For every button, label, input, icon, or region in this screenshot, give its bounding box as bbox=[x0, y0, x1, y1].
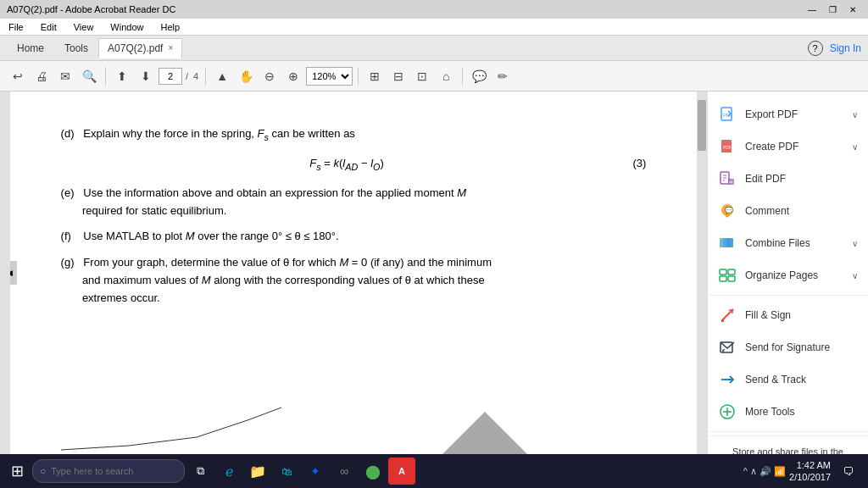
minimize-button[interactable]: — bbox=[804, 3, 821, 15]
fill-sign-icon bbox=[718, 306, 737, 324]
print-button[interactable]: 🖨 bbox=[31, 65, 53, 87]
fit-page-button[interactable]: ⊞ bbox=[364, 65, 386, 87]
menu-view[interactable]: View bbox=[70, 20, 97, 34]
eq-number: (3) bbox=[633, 155, 647, 173]
prev-page-button[interactable]: ⬆ bbox=[111, 65, 133, 87]
menu-edit[interactable]: Edit bbox=[37, 20, 60, 34]
organize-pages-arrow: ∨ bbox=[852, 271, 858, 280]
titlebar-title: A07Q(2).pdf - Adobe Acrobat Reader DC bbox=[7, 4, 175, 14]
fill-sign-label: Fill & Sign bbox=[745, 309, 858, 321]
paragraph-d: (d) Explain why the force in the spring,… bbox=[61, 125, 647, 145]
svg-rect-19 bbox=[728, 269, 735, 274]
titlebar-controls: — ❐ ✕ bbox=[804, 3, 861, 15]
side-panel-toggle[interactable]: ◀ bbox=[10, 261, 17, 285]
comment-toolbar-button[interactable]: 💬 bbox=[468, 65, 490, 87]
next-page-button[interactable]: ⬇ bbox=[135, 65, 157, 87]
panel-separator-1 bbox=[708, 295, 868, 296]
taskview-button[interactable]: ⧉ bbox=[186, 458, 214, 485]
para-g-text: From your graph, determine the value of … bbox=[61, 256, 492, 304]
store-icon[interactable]: 🛍 bbox=[273, 458, 300, 485]
full-screen-button[interactable]: ⊡ bbox=[411, 65, 433, 87]
taskbar-date-display: 2/10/2017 bbox=[789, 471, 831, 483]
menu-file[interactable]: File bbox=[5, 20, 27, 34]
svg-marker-0 bbox=[442, 412, 527, 454]
toolbar: ↩ 🖨 ✉ 🔍 ⬆ ⬇ / 4 ▲ ✋ ⊖ ⊕ 120% ⊞ ⊟ ⊡ ⌂ 💬 ✏ bbox=[0, 61, 868, 92]
page-total: 4 bbox=[193, 71, 198, 81]
fit-width-button[interactable]: ⊟ bbox=[387, 65, 409, 87]
panel-item-combine-files[interactable]: Combine Files ∨ bbox=[708, 227, 868, 259]
panel-item-create-pdf[interactable]: PDF Create PDF ∨ bbox=[708, 130, 868, 163]
file-explorer-icon[interactable]: 📁 bbox=[244, 458, 271, 485]
panel-item-send-track[interactable]: Send & Track bbox=[708, 363, 868, 396]
back-button[interactable]: ↩ bbox=[7, 65, 29, 87]
organize-pages-label: Organize Pages bbox=[745, 269, 843, 281]
taskbar-time-display: 1:42 AM bbox=[789, 459, 831, 471]
para-g-prefix: (g) bbox=[61, 256, 81, 269]
menu-help[interactable]: Help bbox=[157, 20, 183, 34]
combine-svg bbox=[719, 235, 736, 252]
chrome-icon[interactable]: ⬤ bbox=[359, 458, 387, 485]
system-tray: ^ ∧ 🔊 📶 1:42 AM 2/10/2017 🗨 bbox=[740, 458, 865, 485]
toolbar-sep-2 bbox=[205, 67, 206, 86]
hand-tool[interactable]: ✋ bbox=[235, 65, 257, 87]
taskbar-search-box[interactable]: ○ bbox=[32, 459, 185, 483]
paragraph-f: (f) Use MATLAB to plot M over the range … bbox=[61, 228, 647, 246]
panel-item-more-tools[interactable]: More Tools bbox=[708, 396, 868, 428]
select-tool[interactable]: ▲ bbox=[211, 65, 233, 87]
panel-footer: Store and share files in the Document Cl… bbox=[708, 435, 868, 454]
export-pdf-label: Export PDF bbox=[745, 108, 843, 120]
panel-item-export-pdf[interactable]: PDF Export PDF ∨ bbox=[708, 98, 868, 130]
send-signature-icon bbox=[718, 338, 737, 357]
page-number-input[interactable] bbox=[159, 68, 182, 85]
email-button[interactable]: ✉ bbox=[54, 65, 76, 87]
edit-pdf-svg: ✏ bbox=[719, 170, 736, 187]
maximize-button[interactable]: ❐ bbox=[824, 3, 841, 15]
para-e-text: Use the information above and obtain an … bbox=[61, 186, 466, 217]
comment-icon: 💬 bbox=[718, 202, 737, 220]
para-d-prefix: (d) bbox=[61, 127, 81, 140]
combine-files-icon bbox=[718, 234, 737, 252]
paragraph-g: (g) From your graph, determine the value… bbox=[61, 254, 647, 307]
app-icon-1[interactable]: ∞ bbox=[331, 458, 358, 485]
export-pdf-icon: PDF bbox=[718, 105, 737, 124]
notification-button[interactable]: 🗨 bbox=[834, 458, 861, 485]
panel-item-organize-pages[interactable]: Organize Pages ∨ bbox=[708, 259, 868, 291]
annotate-button[interactable]: ✏ bbox=[492, 65, 514, 87]
sign-in-button[interactable]: Sign In bbox=[830, 42, 861, 54]
menubar: File Edit View Window Help bbox=[0, 19, 868, 36]
search-button[interactable]: 🔍 bbox=[78, 65, 100, 87]
tab-tools[interactable]: Tools bbox=[54, 39, 98, 58]
help-icon[interactable]: ? bbox=[808, 41, 823, 56]
pdf-content: ◀ (d) Explain why the force in the sprin… bbox=[0, 92, 707, 454]
taskbar-search-input[interactable] bbox=[51, 466, 170, 476]
menu-window[interactable]: Window bbox=[107, 20, 147, 34]
acrobat-icon[interactable]: A bbox=[388, 458, 415, 485]
export-pdf-arrow: ∨ bbox=[852, 110, 858, 119]
scrollbar-thumb[interactable] bbox=[698, 100, 706, 151]
zoom-select[interactable]: 120% bbox=[306, 67, 353, 86]
para-e-prefix: (e) bbox=[61, 186, 81, 199]
dropbox-icon[interactable]: ✦ bbox=[302, 458, 329, 485]
right-scrollbar[interactable] bbox=[697, 92, 707, 454]
send-track-icon bbox=[718, 370, 737, 389]
close-button[interactable]: ✕ bbox=[844, 3, 861, 15]
panel-item-comment[interactable]: 💬 Comment bbox=[708, 195, 868, 227]
tab-close-button[interactable]: × bbox=[168, 43, 173, 53]
organize-svg bbox=[719, 267, 736, 284]
zoom-in-button[interactable]: ⊕ bbox=[282, 65, 304, 87]
tab-home[interactable]: Home bbox=[7, 39, 54, 58]
edge-icon[interactable]: ℯ bbox=[215, 458, 242, 485]
left-scrollbar[interactable] bbox=[0, 92, 10, 454]
panel-item-edit-pdf[interactable]: ✏ Edit PDF bbox=[708, 163, 868, 195]
combine-files-label: Combine Files bbox=[745, 237, 843, 249]
windows-start-button[interactable]: ⊞ bbox=[3, 458, 31, 485]
zoom-out-button[interactable]: ⊖ bbox=[259, 65, 281, 87]
panel-item-send-signature[interactable]: Send for Signature bbox=[708, 331, 868, 363]
rotate-button[interactable]: ⌂ bbox=[435, 65, 457, 87]
taskbar: ⊞ ○ ⧉ ℯ 📁 🛍 ✦ ∞ ⬤ A ^ ∧ 🔊 📶 1:42 AM 2/10… bbox=[0, 454, 868, 488]
svg-rect-17 bbox=[720, 269, 726, 274]
right-panel: PDF Export PDF ∨ PDF Create PDF ∨ bbox=[707, 92, 868, 454]
create-pdf-icon: PDF bbox=[718, 137, 737, 156]
panel-item-fill-sign[interactable]: Fill & Sign bbox=[708, 299, 868, 331]
tab-file[interactable]: A07Q(2).pdf × bbox=[98, 38, 182, 58]
